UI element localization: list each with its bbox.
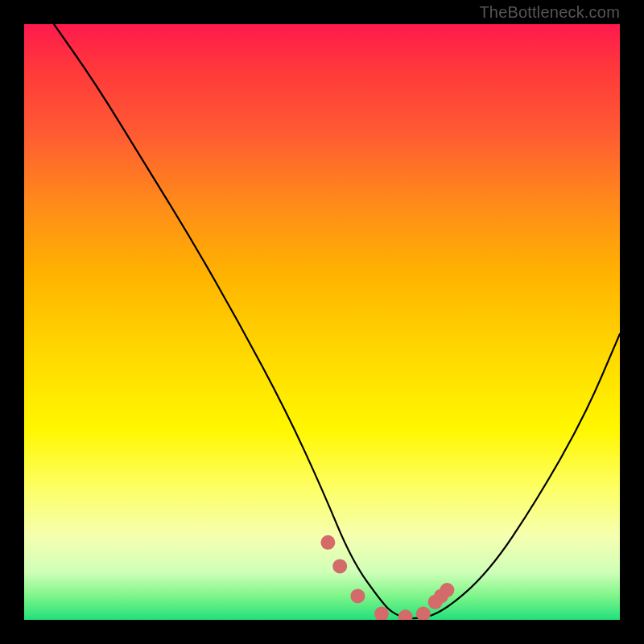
curve-svg (24, 24, 620, 620)
marker-point (320, 535, 335, 550)
marker-point (416, 607, 431, 620)
marker-point (332, 559, 347, 573)
marker-point (440, 583, 454, 597)
marker-point (350, 588, 365, 603)
bottleneck-curve (54, 24, 620, 618)
plot-area (24, 24, 620, 620)
marker-point (374, 607, 389, 620)
attribution-text: TheBottleneck.com (479, 3, 620, 22)
chart-frame: TheBottleneck.com (0, 0, 644, 644)
marker-point (398, 609, 413, 620)
